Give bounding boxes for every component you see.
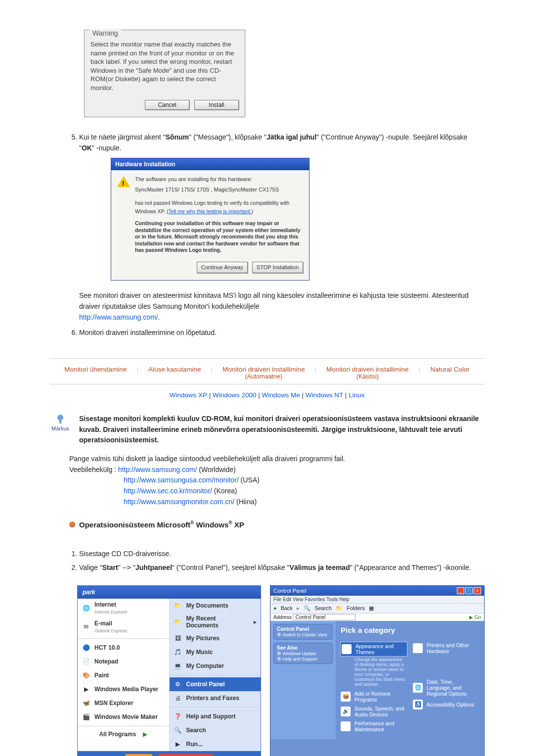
cp-cat-performance[interactable]: ⚙Performance and Maintenance bbox=[341, 720, 407, 732]
cp-cat-printers[interactable]: 🖨Printers and Other Hardware bbox=[413, 642, 479, 654]
cp-menubar[interactable]: File Edit View Favorites Tools Help bbox=[270, 596, 484, 603]
note-text: Sisestage monitori komplekti kuuluv CD-R… bbox=[79, 414, 485, 446]
continue-anyway-button[interactable]: Continue Anyway bbox=[197, 262, 248, 273]
start-right-item[interactable]: 🔍Search bbox=[170, 723, 261, 737]
dl-link-3[interactable]: http://www.samsungmonitor.com.cn/ bbox=[124, 498, 234, 506]
start-control-panel[interactable]: ⚙Control Panel bbox=[170, 677, 261, 691]
start-right-item[interactable]: 🎵My Music bbox=[170, 645, 261, 659]
log-off-button[interactable]: Log Off bbox=[125, 754, 153, 756]
samsung-link[interactable]: http://www.samsung.com/ bbox=[79, 313, 158, 321]
os-links-row: Windows XP | Windows 2000 | Windows Me |… bbox=[49, 391, 485, 399]
hardware-installation-dialog: Hardware Installation The software you a… bbox=[111, 158, 310, 281]
tab-driver-manual[interactable]: Monitori draiveri installimine(Käsitsi) bbox=[326, 366, 409, 380]
start-menu-user: park bbox=[78, 586, 261, 599]
link-linux[interactable]: Linux bbox=[349, 391, 364, 399]
cp-sidebar: Control Panel ⦿ Switch to Classic View S… bbox=[270, 621, 336, 739]
model-line: SyncMaster 171S/ 175S/ 170S , MagicSyncM… bbox=[135, 186, 303, 194]
all-programs[interactable]: All Programs ▶ bbox=[78, 728, 169, 740]
folder-icon: ▶ bbox=[174, 740, 182, 749]
svg-rect-1 bbox=[59, 420, 61, 424]
window-buttons[interactable]: _□× bbox=[456, 587, 481, 594]
start-right-item[interactable]: 📁My Documents bbox=[170, 599, 261, 613]
warning-dialog: Warning Select the monitor name that exa… bbox=[84, 30, 245, 117]
tab-base-use[interactable]: Aluse kasutamine bbox=[148, 366, 201, 380]
software-line: The software you are installing for this… bbox=[135, 175, 303, 184]
start-left-item[interactable]: 🎨Paint bbox=[78, 668, 169, 682]
app-icon: 🔵 bbox=[82, 643, 90, 652]
folder-icon: 🔍 bbox=[174, 726, 182, 735]
start-left-item[interactable]: ✉E-mailOutlook Express bbox=[78, 617, 169, 636]
cp-cat-addremove[interactable]: 📦Add or Remove Programs bbox=[341, 691, 407, 703]
warning-icon bbox=[117, 176, 130, 187]
themes-icon: 🖼 bbox=[342, 644, 352, 654]
xp-step-2: Valige "Start" --> "Juhtpaneel" ("Contro… bbox=[79, 563, 485, 573]
start-right-item[interactable]: 🖼My Pictures bbox=[170, 631, 261, 645]
not-passed-line: has not passed Windows Logo testing to v… bbox=[135, 199, 303, 215]
link-windows-2000[interactable]: Windows 2000 bbox=[213, 391, 257, 399]
turn-off-button[interactable]: Turn Off Computer bbox=[158, 754, 213, 756]
folder-icon: 📁 bbox=[174, 617, 182, 626]
date-icon: 🌐 bbox=[413, 683, 423, 693]
cp-toolbar[interactable]: ● Back ▸ 🔍Search 📁Folders ▦ bbox=[270, 603, 484, 614]
tab-monitor-connect[interactable]: Monitori ühendamine bbox=[64, 366, 127, 380]
start-right-item[interactable]: 📁My Recent Documents ▸ bbox=[170, 613, 261, 631]
dialog-title: Hardware Installation bbox=[111, 158, 309, 171]
start-left-item[interactable]: 🌐InternetInternet Explorer bbox=[78, 599, 169, 617]
start-left-item[interactable]: 🎬Windows Movie Maker bbox=[78, 710, 169, 724]
app-icon: 🌐 bbox=[82, 604, 90, 613]
bullet-icon bbox=[69, 521, 75, 527]
dl-link-1[interactable]: http://www.samsungusa.com/monitor/ bbox=[124, 476, 239, 484]
step-6: Monitori draiveri installeerimine on lõp… bbox=[79, 328, 485, 338]
cp-cat-date[interactable]: 🌐Date, Time, Language, and Regional Opti… bbox=[413, 679, 479, 697]
cp-cat-access[interactable]: ♿Accessibility Options bbox=[413, 700, 479, 709]
step-5: Kui te näete järgmist akent "Sõnum" ("Me… bbox=[79, 132, 485, 323]
install-button[interactable]: Install bbox=[194, 100, 239, 110]
folder-icon: 🎵 bbox=[174, 648, 182, 657]
performance-icon: ⚙ bbox=[341, 721, 351, 731]
addremove-icon: 📦 bbox=[341, 692, 351, 702]
link-windows-xp[interactable]: Windows XP bbox=[170, 391, 207, 399]
tab-natural-color[interactable]: Natural Color bbox=[430, 366, 470, 380]
control-panel-screenshot: Control Panel _□× File Edit View Favorit… bbox=[270, 585, 485, 756]
link-windows-me[interactable]: Windows Me bbox=[262, 391, 300, 399]
folder-icon: 💻 bbox=[174, 662, 182, 670]
start-right-item[interactable]: 🖨Printers and Faxes bbox=[170, 691, 261, 705]
tab-driver-auto[interactable]: Monitori draiveri installimine(Automaatn… bbox=[222, 366, 305, 380]
printers-icon: 🖨 bbox=[413, 643, 423, 653]
website-label: Veebilehekülg : bbox=[69, 466, 116, 473]
folder-icon: ⚙ bbox=[174, 680, 182, 689]
start-right-item[interactable]: ❓Help and Support bbox=[170, 709, 261, 723]
link-windows-nt[interactable]: Windows NT bbox=[306, 391, 343, 399]
impair-warning: Continuing your installation of this sof… bbox=[135, 220, 303, 254]
certification-note: See monitori draiver on atesteerimist ki… bbox=[79, 291, 469, 310]
start-right-item[interactable]: 💻My Computer bbox=[170, 659, 261, 673]
download-intro: Pange valmis tühi diskett ja laadige sii… bbox=[69, 454, 485, 465]
tell-me-link[interactable]: Tell me why this testing is important. bbox=[169, 208, 252, 214]
folder-icon: 📁 bbox=[174, 601, 182, 610]
folder-icon: 🖼 bbox=[174, 634, 182, 643]
start-right-item[interactable]: ▶Run... bbox=[170, 737, 261, 751]
start-left-item[interactable]: ▶Windows Media Player bbox=[78, 682, 169, 696]
app-icon: 🦋 bbox=[82, 699, 90, 708]
dl-link-0[interactable]: http://www.samsung.com/ bbox=[118, 466, 197, 473]
app-icon: ✉ bbox=[82, 622, 90, 631]
accessibility-icon: ♿ bbox=[413, 700, 423, 709]
dl-link-2[interactable]: http://www.sec.co.kr/monitor/ bbox=[124, 487, 212, 495]
app-icon: 🎬 bbox=[82, 712, 90, 721]
xp-step-1: Sisestage CD CD-draiverisse. bbox=[79, 549, 485, 560]
folder-icon: ❓ bbox=[174, 712, 182, 721]
start-left-item[interactable]: 🦋MSN Explorer bbox=[78, 696, 169, 710]
warning-legend: Warning bbox=[89, 29, 121, 37]
stop-installation-button[interactable]: STOP Installation bbox=[252, 262, 303, 273]
start-left-item[interactable]: 📄Notepad bbox=[78, 655, 169, 668]
note-badge: Märkus bbox=[49, 414, 71, 431]
cp-title-text: Control Panel bbox=[273, 588, 307, 594]
cancel-button[interactable]: Cancel bbox=[145, 100, 189, 110]
start-left-item[interactable]: 🔵HCT 10.0 bbox=[78, 641, 169, 655]
pushpin-icon bbox=[53, 414, 67, 425]
cp-cat-desc: Change the appearance of desktop items, … bbox=[355, 657, 407, 687]
cp-cat-appearance[interactable]: 🖼 Appearance and Themes bbox=[341, 642, 407, 656]
section-tabs: Monitori ühendamine | Aluse kasutamine |… bbox=[49, 358, 485, 384]
cp-cat-sounds[interactable]: 🔊Sounds, Speech, and Audio Devices bbox=[341, 706, 407, 717]
app-icon: 🎨 bbox=[82, 671, 90, 680]
